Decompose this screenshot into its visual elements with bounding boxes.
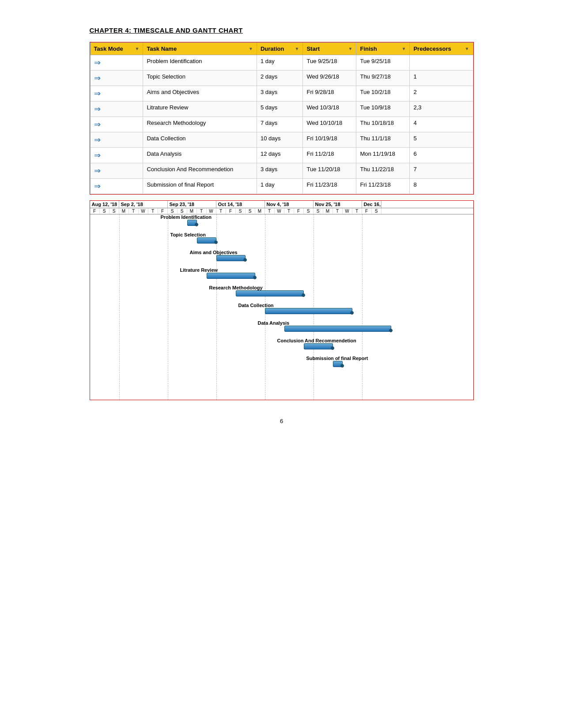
gantt-day-cell: W — [139, 208, 148, 214]
finish-cell: Mon 11/19/18 — [356, 148, 410, 163]
gantt-day-cell: T — [197, 208, 207, 214]
gantt-day-cell: F — [362, 208, 372, 214]
th-start[interactable]: Start ▼ — [303, 43, 356, 55]
duration-cell: 1 day — [257, 55, 302, 71]
predecessors-cell: 7 — [410, 163, 473, 179]
predecessors-cell: 1 — [410, 71, 473, 86]
th-duration[interactable]: Duration ▼ — [257, 43, 302, 55]
gantt-day-cell: S — [110, 208, 119, 214]
predecessors-cell: 5 — [410, 132, 473, 148]
gantt-day-cell: F — [294, 208, 304, 214]
predecessors-cell: 8 — [410, 179, 473, 194]
gantt-milestone — [302, 293, 305, 297]
gantt-bar — [216, 255, 246, 261]
table-row: ⇒Litrature Review5 daysWed 10/3/18Tue 10… — [90, 101, 473, 117]
task-name-dropdown-icon[interactable]: ▼ — [249, 46, 253, 51]
predecessors-cell — [410, 55, 473, 71]
task-name-cell: Topic Selection — [143, 71, 257, 86]
gantt-day-cell: S — [168, 208, 178, 214]
th-task-mode[interactable]: Task Mode ▼ — [90, 43, 143, 55]
start-cell: Wed 10/3/18 — [303, 101, 356, 117]
gantt-month-cell: Oct 14, '18 — [216, 201, 265, 208]
gantt-task-row: Data Analysis — [90, 320, 382, 338]
finish-cell: Fri 11/23/18 — [356, 179, 410, 194]
gantt-day-cell: M — [255, 208, 265, 214]
task-name-cell: Research Methodology — [143, 117, 257, 132]
duration-cell: 2 days — [257, 71, 302, 86]
duration-cell: 3 days — [257, 163, 302, 179]
gantt-milestone — [340, 364, 344, 368]
predecessors-cell: 6 — [410, 148, 473, 163]
start-cell: Wed 10/10/18 — [303, 117, 356, 132]
duration-cell: 1 day — [257, 179, 302, 194]
finish-cell: Thu 10/18/18 — [356, 117, 410, 132]
start-dropdown-icon[interactable]: ▼ — [348, 46, 353, 51]
task-name-cell: Aims and Objectives — [143, 86, 257, 101]
task-name-cell: Data Collection — [143, 132, 257, 148]
gantt-task-row: Problem Identification — [90, 214, 382, 232]
task-mode-icon: ⇒ — [94, 58, 101, 68]
gantt-day-cell: S — [314, 208, 323, 214]
table-row: ⇒Problem Identification1 dayTue 9/25/18T… — [90, 55, 473, 71]
gantt-milestone — [253, 276, 257, 279]
th-predecessors[interactable]: Predecessors ▼ — [410, 43, 473, 55]
gantt-month-cell: Dec 16, '18 — [362, 201, 382, 208]
gantt-task-row: Research Methodology — [90, 285, 382, 303]
gantt-task-label: Aims and Objectives — [190, 250, 238, 255]
gantt-task-row: Litrature Review — [90, 267, 382, 285]
gantt-bar — [304, 343, 333, 349]
gantt-bar — [207, 273, 255, 279]
task-name-cell: Conclusion And Recommendetion — [143, 163, 257, 179]
gantt-task-label: Submission of final Report — [306, 356, 368, 361]
finish-cell: Thu 9/27/18 — [356, 71, 410, 86]
gantt-task-row: Submission of final Report — [90, 356, 382, 373]
duration-dropdown-icon[interactable]: ▼ — [295, 46, 299, 51]
gantt-task-label: Data Collection — [238, 303, 274, 308]
predecessors-dropdown-icon[interactable]: ▼ — [465, 46, 469, 51]
gantt-task-row: Aims and Objectives — [90, 250, 382, 267]
task-mode-cell: ⇒ — [90, 55, 143, 71]
gantt-task-row: Topic Selection — [90, 232, 382, 250]
predecessors-cell: 2,3 — [410, 101, 473, 117]
page-number: 6 — [90, 418, 474, 424]
gantt-task-label: Topic Selection — [170, 232, 206, 237]
gantt-day-cell: T — [216, 208, 226, 214]
gantt-day-cell: W — [207, 208, 216, 214]
th-finish[interactable]: Finish ▼ — [356, 43, 410, 55]
gantt-month-cell: Nov 25, '18 — [314, 201, 362, 208]
gantt-day-cell: S — [236, 208, 246, 214]
start-cell: Wed 9/26/18 — [303, 71, 356, 86]
duration-cell: 5 days — [257, 101, 302, 117]
task-mode-cell: ⇒ — [90, 117, 143, 132]
task-mode-cell: ⇒ — [90, 148, 143, 163]
task-mode-cell: ⇒ — [90, 86, 143, 101]
gantt-task-label: Data Analysis — [258, 320, 290, 326]
task-name-cell: Problem Identification — [143, 55, 257, 71]
finish-cell: Thu 11/22/18 — [356, 163, 410, 179]
gantt-day-cell: W — [275, 208, 284, 214]
chapter-title: CHAPTER 4: TIMESCALE AND GANTT CHART — [90, 26, 474, 34]
start-cell: Fri 10/19/18 — [303, 132, 356, 148]
gantt-table-wrapper: Task Mode ▼ Task Name ▼ Duration ▼ — [90, 42, 474, 195]
finish-dropdown-icon[interactable]: ▼ — [402, 46, 406, 51]
task-mode-cell: ⇒ — [90, 163, 143, 179]
finish-cell: Tue 10/9/18 — [356, 101, 410, 117]
gantt-day-cell: T — [148, 208, 158, 214]
task-mode-cell: ⇒ — [90, 179, 143, 194]
table-row: ⇒Research Methodology7 daysWed 10/10/18T… — [90, 117, 473, 132]
gantt-body: Problem IdentificationTopic SelectionAim… — [90, 214, 382, 400]
gantt-day-cell: F — [90, 208, 100, 214]
task-mode-icon: ⇒ — [94, 181, 101, 191]
gantt-task-label: Conclusion And Recommendetion — [277, 338, 356, 343]
th-task-name[interactable]: Task Name ▼ — [143, 43, 257, 55]
gantt-day-cell: S — [178, 208, 187, 214]
gantt-task-label: Problem Identification — [161, 214, 212, 220]
task-mode-dropdown-icon[interactable]: ▼ — [135, 46, 140, 51]
gantt-day-cell: S — [246, 208, 255, 214]
gantt-month-cell: Sep 2, '18 — [119, 201, 168, 208]
table-row: ⇒Topic Selection2 daysWed 9/26/18Thu 9/2… — [90, 71, 473, 86]
gantt-milestone — [331, 346, 334, 350]
gantt-day-cell: M — [323, 208, 333, 214]
task-name-cell: Data Analysis — [143, 148, 257, 163]
gantt-day-cell: F — [158, 208, 168, 214]
